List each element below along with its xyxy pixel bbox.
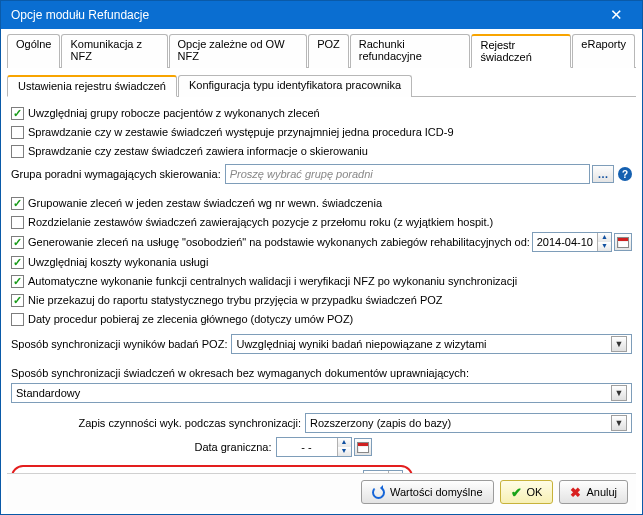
refresh-icon xyxy=(372,486,385,499)
cancel-button-label: Anuluj xyxy=(586,486,617,498)
top-tabstrip: Ogólne Komunikacja z NFZ Opcje zależne o… xyxy=(7,33,636,68)
checkbox-grupowanie-zlecen[interactable] xyxy=(11,197,24,210)
label-generowanie-osobodzien: Generowanie zleceń na usługę "osobodzień… xyxy=(28,236,530,248)
checkbox-koszty-uslugi[interactable] xyxy=(11,256,24,269)
label-data-graniczna: Data graniczna: xyxy=(11,441,272,453)
date-rehab[interactable]: 2014-04-10 ▲ ▼ xyxy=(532,232,612,252)
chevron-down-icon: ▼ xyxy=(611,336,627,352)
subtab-konfiguracja-identyfikatora[interactable]: Konfiguracja typu identyfikatora pracown… xyxy=(178,75,412,97)
cancel-button[interactable]: ✖ Anuluj xyxy=(559,480,628,504)
subtab-ustawienia[interactable]: Ustawienia rejestru świadczeń xyxy=(7,75,177,97)
help-icon[interactable]: ? xyxy=(618,167,632,181)
chevron-down-icon: ▼ xyxy=(611,415,627,431)
tab-opcje-owNFZ[interactable]: Opcje zależne od OW NFZ xyxy=(169,34,308,68)
highlight-wstecz: Do ilu dni wstecz szukać skreślenia z ko… xyxy=(11,465,413,473)
tab-rejestr-swiadczen[interactable]: Rejestr świadczeń xyxy=(471,34,571,68)
close-button[interactable]: ✕ xyxy=(596,4,636,26)
tab-ogolne[interactable]: Ogólne xyxy=(7,34,60,68)
date-graniczna-up[interactable]: ▲ xyxy=(337,438,351,447)
checkbox-daty-procedur[interactable] xyxy=(11,313,24,326)
cancel-icon: ✖ xyxy=(570,485,581,500)
form-area: Uwzględniaj grupy robocze pacjentów z wy… xyxy=(7,97,636,473)
checkbox-nie-przekazuj-poz[interactable] xyxy=(11,294,24,307)
label-nie-przekazuj-poz: Nie przekazuj do raportu statystycznego … xyxy=(28,294,443,306)
label-koszty-uslugi: Uwzględniaj koszty wykonania usługi xyxy=(28,256,208,268)
date-rehab-down[interactable]: ▼ xyxy=(597,242,611,251)
ok-button[interactable]: ✔ OK xyxy=(500,480,554,504)
label-grupowanie-zlecen: Grupowanie zleceń w jeden zestaw świadcz… xyxy=(28,197,382,209)
sub-tabstrip: Ustawienia rejestru świadczeń Konfigurac… xyxy=(7,74,636,97)
calendar-graniczna-button[interactable] xyxy=(354,438,372,456)
label-sync-okresy: Sposób synchronizacji świadczeń w okresa… xyxy=(11,367,469,379)
combo-sync-poz[interactable]: Uwzględniaj wyniki badań niepowiązane z … xyxy=(231,334,632,354)
button-bar: Wartości domyślne ✔ OK ✖ Anuluj xyxy=(7,473,636,510)
label-grupa-poradni: Grupa poradni wymagających skierowania: xyxy=(11,168,221,180)
combo-grupa-poradni[interactable]: Proszę wybrać grupę poradni xyxy=(225,164,590,184)
date-rehab-value: 2014-04-10 xyxy=(533,236,597,248)
calendar-icon xyxy=(617,237,629,248)
label-grupy-robocze: Uwzględniaj grupy robocze pacjentów z wy… xyxy=(28,107,320,119)
combo-zapis[interactable]: Rozszerzony (zapis do bazy) ▼ xyxy=(305,413,632,433)
defaults-button[interactable]: Wartości domyślne xyxy=(361,480,494,504)
chevron-down-icon: ▼ xyxy=(611,385,627,401)
label-sprawdzanie-skierowanie: Sprawdzanie czy zestaw świadczeń zawiera… xyxy=(28,145,368,157)
close-icon: ✕ xyxy=(610,6,623,24)
date-graniczna[interactable]: - - ▲ ▼ xyxy=(276,437,352,457)
label-zapis: Zapis czynności wyk. podczas synchroniza… xyxy=(11,417,301,429)
checkbox-sprawdzanie-icd9[interactable] xyxy=(11,126,24,139)
label-auto-weryfikacja: Automatyczne wykonanie funkcji centralny… xyxy=(28,275,517,287)
content-area: Ogólne Komunikacja z NFZ Opcje zależne o… xyxy=(1,29,642,514)
label-daty-procedur: Daty procedur pobieraj ze zlecenia główn… xyxy=(28,313,353,325)
calendar-icon xyxy=(357,442,369,453)
combo-zapis-text: Rozszerzony (zapis do bazy) xyxy=(310,417,609,429)
combo-sync-okresy[interactable]: Standardowy ▼ xyxy=(11,383,632,403)
combo-grupa-poradni-text: Proszę wybrać grupę poradni xyxy=(230,168,585,180)
date-rehab-up[interactable]: ▲ xyxy=(597,233,611,242)
titlebar: Opcje modułu Refundacje ✕ xyxy=(1,1,642,29)
tab-eraporty[interactable]: eRaporty xyxy=(572,34,635,68)
window-root: Opcje modułu Refundacje ✕ Ogólne Komunik… xyxy=(0,0,643,515)
label-sync-poz: Sposób synchronizacji wyników badań POZ: xyxy=(11,338,227,350)
checkbox-rozdzielanie-zestawow[interactable] xyxy=(11,216,24,229)
tab-poz[interactable]: POZ xyxy=(308,34,349,68)
defaults-button-label: Wartości domyślne xyxy=(390,486,483,498)
ok-button-label: OK xyxy=(527,486,543,498)
combo-sync-okresy-text: Standardowy xyxy=(16,387,609,399)
checkbox-auto-weryfikacja[interactable] xyxy=(11,275,24,288)
checkbox-grupy-robocze[interactable] xyxy=(11,107,24,120)
checkbox-generowanie-osobodzien[interactable] xyxy=(11,236,24,249)
combo-sync-poz-text: Uwzględniaj wyniki badań niepowiązane z … xyxy=(236,338,609,350)
label-rozdzielanie-zestawow: Rozdzielanie zestawów świadczeń zawieraj… xyxy=(28,216,493,228)
label-sprawdzanie-icd9: Sprawdzanie czy w zestawie świadczeń wys… xyxy=(28,126,454,138)
window-title: Opcje modułu Refundacje xyxy=(11,8,596,22)
tab-komunikacja-nfz[interactable]: Komunikacja z NFZ xyxy=(61,34,167,68)
lookup-grupa-poradni-button[interactable]: … xyxy=(592,165,614,183)
check-icon: ✔ xyxy=(511,485,522,500)
date-graniczna-value: - - xyxy=(277,441,337,453)
calendar-rehab-button[interactable] xyxy=(614,233,632,251)
checkbox-sprawdzanie-skierowanie[interactable] xyxy=(11,145,24,158)
tab-rachunki[interactable]: Rachunki refundacyjne xyxy=(350,34,471,68)
date-graniczna-down[interactable]: ▼ xyxy=(337,447,351,456)
